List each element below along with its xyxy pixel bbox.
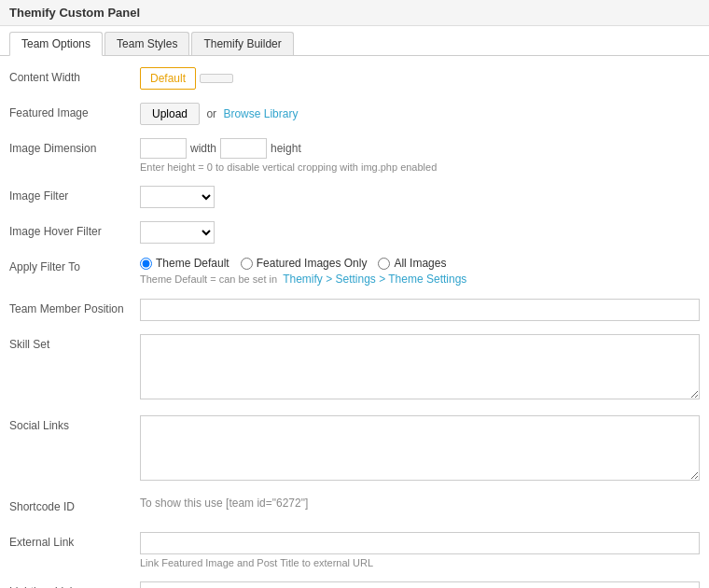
image-dimension-control: width height Enter height = 0 to disable… — [140, 138, 700, 173]
radio-theme-default-label: Theme Default — [156, 257, 229, 270]
panel-title: Themify Custom Panel — [0, 0, 709, 26]
image-dimension-row: Image Dimension width height Enter heigh… — [9, 138, 700, 173]
radio-all-images-input[interactable] — [378, 258, 390, 270]
external-link-input[interactable] — [140, 532, 700, 554]
radio-theme-default-input[interactable] — [140, 258, 152, 270]
shortcode-id-control: To show this use [team id="6272"] — [140, 497, 700, 510]
image-filter-label: Image Filter — [9, 186, 140, 203]
content-width-default-btn[interactable]: Default — [140, 67, 196, 90]
image-filter-control — [140, 186, 700, 208]
radio-all-images[interactable]: All Images — [378, 257, 446, 270]
image-hover-filter-label: Image Hover Filter — [9, 221, 140, 238]
apply-filter-label: Apply Filter To — [9, 257, 140, 273]
lightbox-link-row: Lightbox Link Link Featured Image and Po… — [9, 581, 700, 588]
apply-filter-hint: Theme Default = can be set in Themify > … — [140, 273, 700, 286]
external-link-row: External Link Link Featured Image and Po… — [9, 532, 700, 568]
team-member-position-label: Team Member Position — [9, 299, 140, 315]
content-width-custom-btn[interactable] — [200, 74, 233, 83]
radio-all-images-label: All Images — [394, 257, 446, 270]
radio-theme-default[interactable]: Theme Default — [140, 257, 229, 270]
skill-set-label: Skill Set — [9, 334, 140, 351]
apply-filter-row: Apply Filter To Theme Default Featured I… — [9, 257, 700, 286]
themify-settings-link[interactable]: Themify > Settings > Theme Settings — [283, 273, 466, 286]
content-width-label: Content Width — [9, 67, 140, 84]
tabs-bar: Team Options Team Styles Themify Builder — [0, 26, 709, 56]
lightbox-link-control: Link Featured Image and Post Title to li… — [140, 581, 700, 588]
featured-image-row: Featured Image Upload or Browse Library — [9, 103, 700, 125]
skill-set-row: Skill Set — [9, 334, 700, 402]
tab-team-styles[interactable]: Team Styles — [104, 32, 189, 55]
social-links-label: Social Links — [9, 415, 140, 432]
featured-image-control: Upload or Browse Library — [140, 103, 700, 125]
social-links-control — [140, 415, 700, 483]
image-hover-filter-select[interactable] — [140, 221, 215, 244]
radio-featured-images-only[interactable]: Featured Images Only — [241, 257, 368, 270]
height-input[interactable] — [220, 138, 267, 159]
browse-library-link[interactable]: Browse Library — [223, 107, 298, 120]
tab-team-options[interactable]: Team Options — [9, 32, 103, 56]
radio-featured-images-only-label: Featured Images Only — [257, 257, 368, 270]
image-hover-filter-row: Image Hover Filter — [9, 221, 700, 244]
radio-featured-images-only-input[interactable] — [241, 258, 253, 270]
image-dimension-label: Image Dimension — [9, 138, 140, 155]
shortcode-id-row: Shortcode ID To show this use [team id="… — [9, 497, 700, 519]
image-hover-filter-control — [140, 221, 700, 244]
apply-filter-hint-text: Theme Default = can be set in — [140, 273, 277, 285]
upload-button[interactable]: Upload — [140, 103, 200, 125]
external-link-control: Link Featured Image and Post Title to ex… — [140, 532, 700, 568]
shortcode-id-label: Shortcode ID — [9, 497, 140, 513]
tab-themify-builder[interactable]: Themify Builder — [191, 32, 293, 55]
width-input[interactable] — [140, 138, 187, 159]
apply-filter-control: Theme Default Featured Images Only All I… — [140, 257, 700, 286]
team-member-position-input[interactable] — [140, 299, 700, 321]
or-text: or — [206, 107, 216, 120]
image-filter-row: Image Filter — [9, 186, 700, 208]
team-member-position-row: Team Member Position — [9, 299, 700, 321]
social-links-row: Social Links — [9, 415, 700, 483]
image-filter-select[interactable] — [140, 186, 215, 208]
featured-image-label: Featured Image — [9, 103, 140, 119]
lightbox-link-label: Lightbox Link — [9, 581, 140, 588]
skill-set-control — [140, 334, 700, 402]
form-content: Content Width Default Featured Image Upl… — [0, 56, 709, 588]
width-label: width — [190, 142, 216, 155]
apply-filter-radio-group: Theme Default Featured Images Only All I… — [140, 257, 700, 270]
lightbox-link-input[interactable] — [140, 581, 700, 588]
content-width-row: Content Width Default — [9, 67, 700, 90]
skill-set-textarea[interactable] — [140, 334, 700, 399]
external-link-label: External Link — [9, 532, 140, 549]
content-width-control: Default — [140, 67, 700, 90]
team-member-position-control — [140, 299, 700, 321]
height-label: height — [271, 142, 301, 155]
dimension-hint: Enter height = 0 to disable vertical cro… — [140, 161, 700, 173]
external-link-hint: Link Featured Image and Post Title to ex… — [140, 557, 700, 568]
social-links-textarea[interactable] — [140, 415, 700, 481]
shortcode-hint: To show this use [team id="6272"] — [140, 493, 308, 510]
